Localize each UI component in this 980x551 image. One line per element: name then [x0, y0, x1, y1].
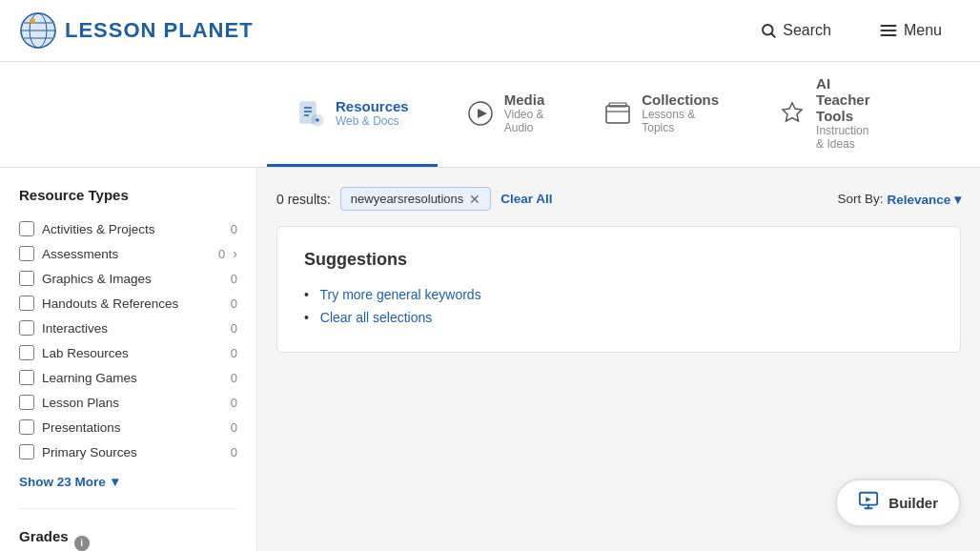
svg-point-6 — [30, 18, 35, 24]
tab-media[interactable]: Media Video & Audio — [438, 62, 576, 167]
filter-interactives-count: 0 — [231, 321, 237, 336]
resources-icon — [296, 98, 326, 129]
results-bar: 0 results: newyearsresolutions ✕ Clear A… — [276, 187, 961, 211]
builder-label: Builder — [888, 495, 938, 511]
filter-learning-games-checkbox[interactable] — [19, 370, 34, 385]
filter-activities-checkbox[interactable] — [19, 221, 34, 236]
grades-title-row: Grades i — [19, 528, 237, 551]
filter-lesson-plans-label: Lesson Plans — [42, 396, 219, 410]
filter-lab-resources-count: 0 — [231, 346, 237, 360]
nav-tabs: Resources Web & Docs Media Video & Audio… — [0, 62, 980, 168]
grades-title: Grades — [19, 528, 69, 544]
collections-tab-text: Collections Lessons & Topics — [642, 92, 721, 134]
filter-activities-count: 0 — [231, 222, 237, 236]
filter-presentations-checkbox[interactable] — [19, 419, 34, 435]
clear-selections-link[interactable]: Clear all selections — [320, 310, 433, 325]
active-tag-text: newyearsresolutions — [351, 192, 464, 206]
filter-primary-sources-count: 0 — [231, 445, 237, 459]
filter-presentations-label: Presentations — [42, 420, 219, 435]
suggestion-item-1: Try more general keywords — [304, 283, 933, 306]
filter-learning-games-count: 0 — [231, 371, 237, 385]
filter-interactives[interactable]: Interactives 0 — [19, 316, 237, 340]
filter-graphics-label: Graphics & Images — [42, 272, 219, 286]
resource-types-title: Resource Types — [19, 187, 237, 203]
builder-button[interactable]: Builder — [835, 479, 961, 527]
filter-handouts-checkbox[interactable] — [19, 296, 34, 311]
media-tab-title: Media — [504, 92, 547, 108]
filter-primary-sources-checkbox[interactable] — [19, 444, 34, 459]
filter-lesson-plans-count: 0 — [231, 396, 237, 410]
filter-graphics-count: 0 — [231, 272, 237, 286]
active-filter-tag: newyearsresolutions ✕ — [340, 187, 492, 211]
filter-graphics[interactable]: Graphics & Images 0 — [19, 266, 237, 291]
builder-icon — [858, 490, 879, 516]
clear-all-button[interactable]: Clear All — [500, 192, 552, 206]
svg-marker-27 — [867, 497, 872, 502]
filter-assessments-checkbox[interactable] — [19, 246, 34, 261]
tab-ai-teacher[interactable]: AI Teacher Tools Instruction & Ideas — [749, 62, 900, 167]
chevron-down-icon: ▾ — [112, 474, 118, 489]
filter-activities-label: Activities & Projects — [42, 222, 219, 236]
show-more-label: Show 23 More — [19, 475, 106, 489]
filter-learning-games-label: Learning Games — [42, 371, 219, 385]
media-tab-subtitle: Video & Audio — [504, 108, 547, 134]
collections-icon — [603, 98, 632, 129]
sort-chevron-icon: ▾ — [954, 193, 961, 207]
ai-teacher-tab-title: AI Teacher Tools — [816, 75, 871, 124]
filter-handouts-count: 0 — [231, 296, 237, 311]
media-icon — [466, 98, 495, 129]
show-more-button[interactable]: Show 23 More ▾ — [19, 474, 118, 489]
filter-primary-sources-label: Primary Sources — [42, 445, 219, 459]
sort-area: Sort By: Relevance ▾ — [837, 192, 961, 207]
filter-lesson-plans[interactable]: Lesson Plans 0 — [19, 390, 237, 415]
ai-teacher-tab-text: AI Teacher Tools Instruction & Ideas — [816, 75, 871, 151]
svg-marker-20 — [478, 109, 487, 118]
filter-presentations-count: 0 — [231, 420, 237, 435]
menu-button[interactable]: Menu — [860, 13, 961, 48]
filter-learning-games[interactable]: Learning Games 0 — [19, 365, 237, 390]
filter-graphics-checkbox[interactable] — [19, 271, 34, 286]
chevron-right-icon[interactable]: › — [233, 246, 237, 261]
filter-assessments-label: Assessments — [42, 247, 207, 261]
filter-interactives-checkbox[interactable] — [19, 320, 34, 336]
svg-line-8 — [772, 33, 775, 36]
media-tab-text: Media Video & Audio — [504, 92, 547, 134]
logo-globe-icon — [19, 11, 57, 50]
filter-presentations[interactable]: Presentations 0 — [19, 415, 237, 439]
sort-select[interactable]: Relevance ▾ — [887, 192, 961, 207]
tab-resources[interactable]: Resources Web & Docs — [267, 62, 438, 167]
filter-handouts[interactable]: Handouts & References 0 — [19, 291, 237, 316]
suggestions-list: Try more general keywords Clear all sele… — [304, 283, 933, 329]
filter-lab-resources[interactable]: Lab Resources 0 — [19, 340, 237, 365]
menu-icon — [879, 21, 898, 40]
grades-section: Grades i — [19, 508, 237, 551]
search-icon — [760, 22, 777, 39]
filter-lesson-plans-checkbox[interactable] — [19, 395, 34, 410]
grades-info-icon[interactable]: i — [74, 536, 90, 551]
sort-label: Sort By: — [837, 192, 883, 206]
search-button[interactable]: Search — [741, 14, 850, 47]
header: LESSON PLANET Search Menu — [0, 0, 980, 62]
suggestions-box: Suggestions Try more general keywords Cl… — [276, 226, 961, 353]
sort-value: Relevance — [887, 193, 950, 207]
filter-assessments[interactable]: Assessments 0 › — [19, 241, 237, 266]
collections-tab-title: Collections — [642, 92, 721, 108]
filter-primary-sources[interactable]: Primary Sources 0 — [19, 439, 237, 464]
logo[interactable]: LESSON PLANET — [19, 11, 254, 50]
sidebar: Resource Types Activities & Projects 0 A… — [0, 168, 257, 551]
results-count: 0 results: — [276, 192, 331, 207]
menu-label: Menu — [904, 22, 942, 39]
resources-tab-text: Resources Web & Docs — [336, 98, 409, 128]
tab-collections[interactable]: Collections Lessons & Topics — [575, 62, 749, 167]
remove-tag-button[interactable]: ✕ — [469, 193, 480, 206]
search-label: Search — [783, 22, 831, 39]
filter-handouts-label: Handouts & References — [42, 296, 219, 311]
resources-tab-title: Resources — [336, 98, 409, 114]
header-actions: Search Menu — [741, 13, 961, 48]
results-left: 0 results: newyearsresolutions ✕ Clear A… — [276, 187, 553, 211]
resources-tab-subtitle: Web & Docs — [336, 114, 409, 128]
try-keywords-link[interactable]: Try more general keywords — [320, 287, 481, 302]
filter-lab-resources-checkbox[interactable] — [19, 345, 34, 360]
suggestion-item-2: Clear all selections — [304, 306, 933, 329]
filter-activities[interactable]: Activities & Projects 0 — [19, 216, 237, 241]
